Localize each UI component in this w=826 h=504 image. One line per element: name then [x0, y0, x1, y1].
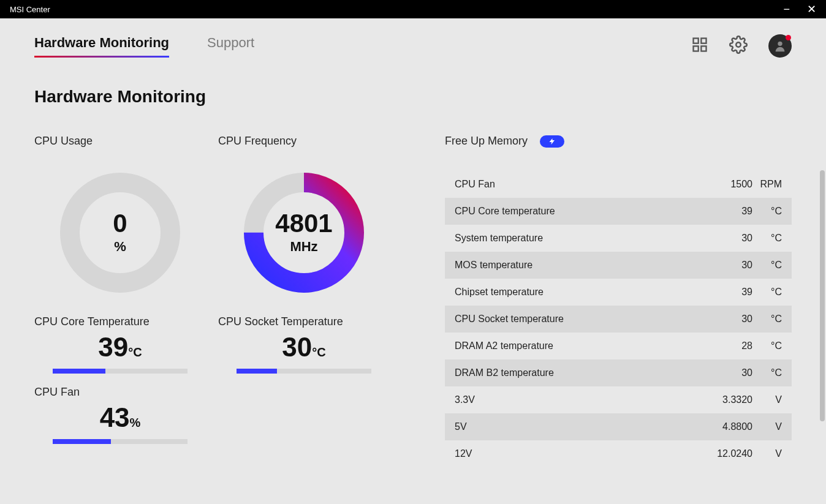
cpu-freq-gauge: 4801 MHz — [240, 168, 368, 297]
stat-row: CPU Socket temperature30°C — [445, 306, 792, 333]
cpu-socket-temp-bar — [237, 369, 371, 374]
stat-name: DRAM B2 temperature — [455, 367, 697, 378]
stat-name: 12V — [455, 448, 697, 459]
stat-unit: °C — [752, 233, 782, 244]
cpu-freq-label: CPU Frequency — [218, 135, 390, 148]
scrollbar[interactable] — [820, 170, 825, 421]
cpu-core-temp-unit: °C — [128, 345, 142, 359]
bolt-icon — [548, 138, 556, 145]
stat-row: CPU Core temperature39°C — [445, 198, 792, 225]
stat-row: MOS temperature30°C — [445, 252, 792, 279]
close-icon[interactable]: ✕ — [807, 2, 816, 16]
stat-name: 3.3V — [455, 394, 697, 405]
stat-list: CPU Fan1500RPMCPU Core temperature39°CSy… — [445, 171, 792, 467]
grid-icon[interactable] — [691, 36, 708, 56]
gear-icon[interactable] — [729, 36, 748, 56]
stat-unit: °C — [752, 340, 782, 352]
cpu-socket-temp-label: CPU Socket Temperature — [218, 315, 390, 328]
stat-unit: RPM — [752, 179, 782, 190]
stat-value: 1500 — [697, 179, 752, 190]
window-title: MSI Center — [10, 5, 50, 14]
stat-name: CPU Socket temperature — [455, 314, 697, 325]
cpu-fan-bar — [53, 439, 188, 444]
window-controls: − ✕ — [783, 2, 816, 16]
page-title: Hardware Monitoring — [34, 87, 792, 107]
svg-rect-3 — [701, 46, 706, 51]
stat-unit: V — [752, 421, 782, 432]
stat-unit: V — [752, 394, 782, 405]
stat-value: 30 — [697, 367, 752, 378]
cpu-socket-temp-unit: °C — [312, 345, 325, 359]
cpu-freq-value: 4801 — [275, 211, 332, 236]
cpu-core-temp-value: 39 — [98, 332, 128, 362]
stat-name: 5V — [455, 421, 697, 432]
free-memory-button[interactable] — [540, 135, 564, 148]
stat-unit: °C — [752, 314, 782, 325]
stat-value: 30 — [697, 233, 752, 244]
stat-value: 30 — [697, 314, 752, 325]
stat-name: CPU Core temperature — [455, 206, 697, 217]
free-memory-label: Free Up Memory — [445, 135, 528, 148]
stat-row: CPU Fan1500RPM — [445, 171, 792, 198]
cpu-usage-label: CPU Usage — [34, 135, 206, 148]
tab-label: Hardware Monitoring — [34, 35, 169, 50]
stat-row: 3.3V3.3320V — [445, 386, 792, 413]
svg-point-5 — [778, 42, 782, 46]
main-tabs: Hardware Monitoring Support — [34, 35, 254, 57]
stat-name: System temperature — [455, 233, 697, 244]
cpu-core-temp-bar — [53, 369, 188, 374]
stat-row: 12V12.0240V — [445, 440, 792, 467]
stat-unit: °C — [752, 206, 782, 217]
svg-rect-1 — [701, 39, 706, 43]
cpu-usage-gauge: 0 % — [56, 168, 184, 297]
svg-rect-2 — [694, 46, 699, 51]
tab-underline — [34, 56, 169, 58]
stat-row: 5V4.8800V — [445, 413, 792, 440]
minimize-icon[interactable]: − — [783, 3, 790, 16]
stat-unit: °C — [752, 367, 782, 378]
stat-value: 3.3320 — [697, 394, 752, 405]
stat-name: CPU Fan — [455, 179, 697, 190]
stat-name: DRAM A2 temperature — [455, 340, 697, 352]
cpu-fan-value: 43 — [100, 402, 130, 432]
svg-rect-0 — [694, 39, 699, 43]
stat-name: MOS temperature — [455, 260, 697, 271]
cpu-core-temp-label: CPU Core Temperature — [34, 315, 206, 328]
stat-row: DRAM A2 temperature28°C — [445, 333, 792, 359]
stat-row: Chipset temperature39°C — [445, 279, 792, 306]
svg-point-4 — [736, 42, 741, 47]
titlebar: MSI Center − ✕ — [0, 0, 826, 18]
cpu-socket-temp-value: 30 — [282, 332, 312, 362]
stat-unit: V — [752, 448, 782, 459]
stat-unit: °C — [752, 260, 782, 271]
tab-support[interactable]: Support — [207, 35, 254, 57]
stat-unit: °C — [752, 287, 782, 298]
stat-value: 30 — [697, 260, 752, 271]
avatar[interactable] — [768, 34, 792, 58]
cpu-fan-unit: % — [130, 416, 141, 429]
cpu-fan-label: CPU Fan — [34, 386, 206, 399]
stat-value: 4.8800 — [697, 421, 752, 432]
cpu-freq-unit: MHz — [290, 239, 317, 255]
stat-value: 28 — [697, 340, 752, 352]
stat-row: System temperature30°C — [445, 225, 792, 252]
stat-name: Chipset temperature — [455, 287, 697, 298]
cpu-usage-value: 0 — [113, 211, 127, 236]
stat-value: 39 — [697, 206, 752, 217]
stat-value: 39 — [697, 287, 752, 298]
cpu-usage-unit: % — [114, 239, 126, 255]
tab-hardware-monitoring[interactable]: Hardware Monitoring — [34, 35, 169, 57]
stat-row: DRAM B2 temperature30°C — [445, 359, 792, 386]
tab-label: Support — [207, 35, 254, 50]
stat-value: 12.0240 — [697, 448, 752, 459]
